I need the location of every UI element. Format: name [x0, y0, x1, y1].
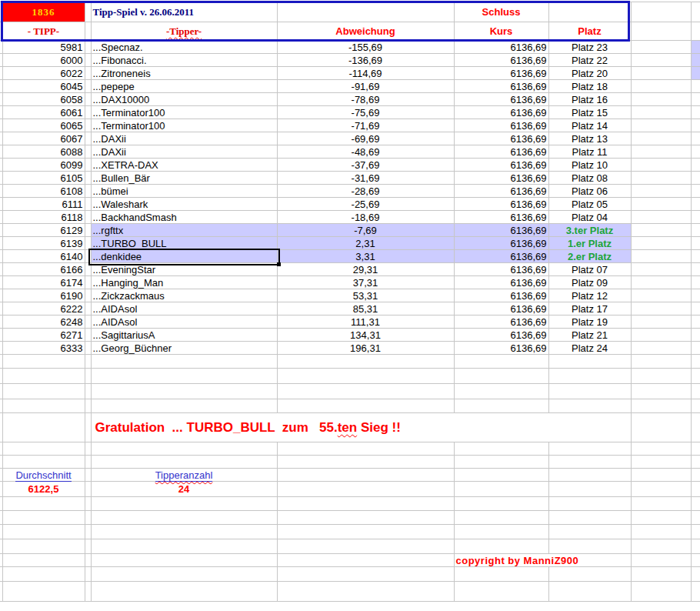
cell-tipper[interactable]: ...Terminator100	[91, 119, 277, 132]
empty-cell[interactable]	[454, 399, 548, 413]
cell-abweichung[interactable]: 29,31	[277, 263, 454, 276]
cell-tipp[interactable]: 6248	[2, 316, 85, 329]
empty-cell[interactable]	[85, 567, 91, 582]
empty-cell[interactable]	[91, 511, 277, 525]
cell-kurs[interactable]: 6136,69	[454, 93, 548, 106]
cell-extra[interactable]	[631, 41, 691, 54]
cell-gap[interactable]	[85, 211, 91, 224]
cell-kurs[interactable]: 6136,69	[454, 211, 548, 224]
empty-cell[interactable]	[85, 369, 91, 384]
cell-edge[interactable]	[691, 159, 700, 172]
cell-tipp[interactable]: 6105	[2, 172, 85, 185]
empty-cell[interactable]	[85, 497, 91, 511]
empty-cell[interactable]	[631, 525, 691, 539]
cell-extra[interactable]	[631, 263, 691, 276]
empty-cell[interactable]	[2, 399, 85, 413]
cell-tipp[interactable]: 6222	[2, 302, 85, 316]
empty-cell[interactable]	[548, 442, 631, 456]
cell-tipp[interactable]: 6058	[2, 93, 85, 106]
cell-extra[interactable]	[631, 342, 691, 355]
cell-extra[interactable]	[631, 159, 691, 172]
empty-cell[interactable]	[548, 539, 631, 554]
empty-cell[interactable]	[91, 554, 277, 567]
cell-abweichung[interactable]: -155,69	[277, 41, 454, 54]
empty-cell[interactable]	[85, 511, 91, 525]
cell-gap[interactable]	[85, 276, 91, 289]
empty-cell[interactable]	[691, 355, 700, 369]
cell-tipper[interactable]: ...bümei	[91, 185, 277, 198]
cell-edge[interactable]	[691, 145, 700, 159]
empty-cell[interactable]	[631, 369, 691, 384]
cell-tipp[interactable]: 6166	[2, 263, 85, 276]
empty-cell[interactable]	[631, 497, 691, 511]
cell-gap[interactable]	[85, 289, 91, 302]
cell-platz[interactable]: Platz 10	[548, 159, 631, 172]
empty-cell[interactable]	[454, 567, 548, 582]
cell-platz[interactable]: Platz 13	[548, 132, 631, 145]
cell-abweichung[interactable]: 134,31	[277, 329, 454, 342]
empty-cell[interactable]	[85, 2, 91, 22]
cell-tipper[interactable]: ...Waleshark	[91, 198, 277, 211]
empty-cell[interactable]	[91, 525, 277, 539]
empty-cell[interactable]	[277, 355, 454, 369]
cell-gap[interactable]	[85, 302, 91, 316]
cell-abweichung[interactable]: -114,69	[277, 67, 454, 80]
cell-gap[interactable]	[85, 119, 91, 132]
cell-tipp[interactable]: 6099	[2, 159, 85, 172]
cell-kurs[interactable]: 6136,69	[454, 198, 548, 211]
cell-gap[interactable]	[85, 316, 91, 329]
empty-cell[interactable]	[548, 369, 631, 384]
cell-platz[interactable]: Platz 07	[548, 263, 631, 276]
cell-gap[interactable]	[85, 198, 91, 211]
empty-cell[interactable]	[2, 511, 85, 525]
cell-edge[interactable]	[691, 119, 700, 132]
cell-edge[interactable]	[691, 250, 700, 263]
cell-tipper[interactable]: ...EveningStar	[91, 263, 277, 276]
cell-gap[interactable]	[85, 132, 91, 145]
empty-cell[interactable]	[548, 456, 631, 469]
cell-tipp[interactable]: 6271	[2, 329, 85, 342]
empty-cell[interactable]	[454, 582, 548, 602]
cell-tipp[interactable]: 6067	[2, 132, 85, 145]
cell-kurs[interactable]: 6136,69	[454, 342, 548, 355]
cell-extra[interactable]	[631, 316, 691, 329]
cell-kurs[interactable]: 6136,69	[454, 119, 548, 132]
cell-extra[interactable]	[631, 119, 691, 132]
empty-cell[interactable]	[691, 384, 700, 399]
cell-tipper[interactable]: ...Terminator100	[91, 106, 277, 119]
cell-gap[interactable]	[85, 224, 91, 237]
cell-edge[interactable]	[691, 276, 700, 289]
empty-cell[interactable]	[2, 456, 85, 469]
empty-cell[interactable]	[691, 525, 700, 539]
empty-cell[interactable]	[277, 554, 454, 567]
cell-tipp[interactable]: 6022	[2, 67, 85, 80]
cell-kurs[interactable]: 6136,69	[454, 329, 548, 342]
empty-cell[interactable]	[454, 469, 548, 482]
cell-platz[interactable]: Platz 14	[548, 119, 631, 132]
cell-edge[interactable]	[691, 132, 700, 145]
empty-cell[interactable]	[631, 469, 691, 482]
cell-extra[interactable]	[631, 211, 691, 224]
cell-tipper[interactable]: ...Specnaz.	[91, 41, 277, 54]
cell-abweichung[interactable]: -18,69	[277, 211, 454, 224]
cell-abweichung[interactable]: 2,31	[277, 237, 454, 250]
empty-cell[interactable]	[85, 413, 91, 442]
empty-cell[interactable]	[277, 582, 454, 602]
empty-cell[interactable]	[2, 554, 85, 567]
cell-extra[interactable]	[631, 237, 691, 250]
cell-edge[interactable]	[691, 329, 700, 342]
empty-cell[interactable]	[2, 539, 85, 554]
cell-extra[interactable]	[631, 198, 691, 211]
empty-cell[interactable]	[631, 511, 691, 525]
cell-tipp[interactable]: 6061	[2, 106, 85, 119]
cell-kurs[interactable]: 6136,69	[454, 263, 548, 276]
cell-kurs[interactable]: 6136,69	[454, 41, 548, 54]
cell-kurs[interactable]: 6136,69	[454, 302, 548, 316]
empty-cell[interactable]	[91, 442, 277, 456]
cell-platz[interactable]: Platz 12	[548, 289, 631, 302]
cell-abweichung[interactable]: 37,31	[277, 276, 454, 289]
cell-extra[interactable]	[631, 276, 691, 289]
cell-platz[interactable]: Platz 08	[548, 172, 631, 185]
avg-value-cell[interactable]: 6122,5	[2, 482, 85, 497]
game-number-cell[interactable]: 1836	[2, 2, 85, 22]
